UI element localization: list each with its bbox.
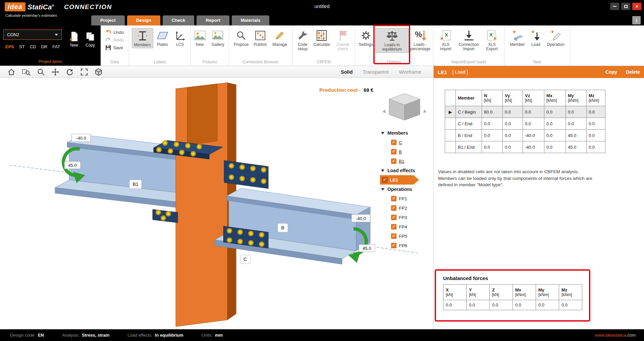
tab-report[interactable]: Report xyxy=(197,15,229,25)
mode-dr[interactable]: DR xyxy=(41,44,47,49)
propose-button[interactable]: Propose xyxy=(232,28,250,48)
tree-header-members[interactable]: Members xyxy=(380,128,431,138)
tree-item-member-c[interactable]: C xyxy=(380,138,431,147)
delete-load-button[interactable]: Delete xyxy=(626,69,640,75)
table-row[interactable]: C / End 0.0 0.0 0.0 0.0 0.0 0.0 xyxy=(445,118,605,130)
view-mode-transparent[interactable]: Transparent xyxy=(363,69,389,75)
overall-check-button[interactable]: Overall check xyxy=(332,28,353,52)
lcs-toggle[interactable]: LCS xyxy=(172,28,188,48)
svg-text:%: % xyxy=(415,30,422,39)
tree-header-load-effects[interactable]: Load effects xyxy=(380,166,431,175)
tree-item-fp4[interactable]: FP4 xyxy=(380,222,431,231)
wrench-icon xyxy=(297,29,308,42)
tree-item-fp3[interactable]: FP3 xyxy=(380,213,431,222)
gallery-button[interactable]: Gallery xyxy=(208,28,228,48)
table-row[interactable]: B1 / End 0.0 0.0 -40.0 0.0 45.0 0.0 xyxy=(445,141,605,153)
tree-item-fp1[interactable]: FP1 xyxy=(380,194,431,203)
view-mode-solid[interactable]: Solid xyxy=(341,69,353,75)
close-button[interactable]: × xyxy=(632,3,641,10)
manage-button[interactable]: Manage xyxy=(270,28,289,48)
save-button[interactable]: Save xyxy=(105,45,123,51)
project-item-selector[interactable]: CON2 xyxy=(3,29,62,40)
tab-design[interactable]: Design xyxy=(127,15,160,25)
mode-fat[interactable]: FAT xyxy=(52,44,60,49)
tab-materials[interactable]: Materials xyxy=(232,15,270,25)
checkbox-checked-icon[interactable] xyxy=(391,205,396,211)
tree-header-operations[interactable]: Operations xyxy=(380,185,431,194)
group-label-import-export: Import/Export loads xyxy=(451,60,486,66)
mode-st[interactable]: ST xyxy=(19,44,25,49)
plates-labels-toggle[interactable]: Plates xyxy=(154,28,171,48)
tree-item-fp2[interactable]: FP2 xyxy=(380,203,431,213)
column-header: Vz xyxy=(525,93,542,98)
group-label-connection-browser: Connection Browser xyxy=(243,60,279,66)
column-header: Mx xyxy=(546,93,564,98)
3d-scene[interactable]: -40.0 45.0 -40.0 45.0 B1 B C Production … xyxy=(0,78,433,329)
tree-item-member-b[interactable]: B xyxy=(380,147,431,156)
beam-b[interactable] xyxy=(215,188,370,264)
expander-icon[interactable] xyxy=(381,169,384,172)
group-label-cbfem: CBFEM xyxy=(317,60,331,66)
table-row[interactable]: B / End 0.0 0.0 -40.0 0.0 45.0 0.0 xyxy=(445,130,605,141)
fit-view-button[interactable] xyxy=(80,68,88,76)
new-member-button[interactable]: Member xyxy=(508,28,527,48)
column-header: Mz xyxy=(589,93,603,98)
gallery-icon xyxy=(212,29,224,42)
checkbox-checked-icon[interactable] xyxy=(391,140,396,145)
model-tree: Members C B B1 xyxy=(380,128,431,250)
expander-icon[interactable] xyxy=(381,132,384,134)
copy-project-item-button[interactable]: Copy xyxy=(83,31,98,48)
zoom-window-button[interactable] xyxy=(22,68,31,76)
table-row[interactable]: ▶ C / Begin 80.0 0.0 0.0 0.0 0.0 0.0 xyxy=(445,106,605,118)
connection-import-button[interactable]: Connection Import xyxy=(455,28,482,52)
checkbox-checked-icon[interactable] xyxy=(391,158,396,164)
members-labels-toggle[interactable]: Members xyxy=(132,28,153,48)
tree-item-fp5[interactable]: FP5 xyxy=(380,231,431,241)
checkbox-checked-icon[interactable] xyxy=(391,233,396,239)
website-link[interactable]: www.ideastatica.com xyxy=(595,333,636,338)
publish-button[interactable]: Publish xyxy=(251,28,270,48)
mode-eps[interactable]: EPS xyxy=(5,44,14,49)
load-value-label: -40.0 xyxy=(76,136,86,141)
maximize-button[interactable] xyxy=(621,3,630,10)
code-setup-button[interactable]: Code setup xyxy=(294,28,311,52)
new-picture-button[interactable]: New xyxy=(192,28,208,48)
flag-icon xyxy=(337,29,348,42)
tree-item-le1[interactable]: LE1 xyxy=(380,175,419,185)
tree-item-member-b1[interactable]: B1 xyxy=(380,156,431,166)
checkbox-checked-icon[interactable] xyxy=(391,149,396,154)
xls-export-button[interactable]: X XLS Export xyxy=(483,28,501,52)
column-member-c[interactable] xyxy=(176,83,236,327)
mode-cd[interactable]: CD xyxy=(30,44,36,49)
loads-in-equilibrium-toggle[interactable]: Loads in equilibrium xyxy=(375,28,409,53)
new-load-button[interactable]: Load xyxy=(528,28,544,48)
calculate-button[interactable]: Calculate xyxy=(312,28,332,48)
checkbox-checked-icon[interactable] xyxy=(391,196,396,201)
checkbox-checked-icon[interactable] xyxy=(391,215,396,220)
solid-view-button[interactable] xyxy=(95,68,103,76)
rotate-button[interactable] xyxy=(66,68,74,76)
xls-import-button[interactable]: X XLS Import xyxy=(437,28,455,52)
loads-percentage-button[interactable]: % Loads - percentage xyxy=(410,28,431,52)
navigation-cube[interactable] xyxy=(382,93,427,120)
info-button[interactable]: i xyxy=(632,16,641,24)
zoom-button[interactable] xyxy=(37,68,45,76)
tab-check[interactable]: Check xyxy=(163,15,195,25)
redo-button[interactable]: Redo xyxy=(105,37,124,43)
settings-button[interactable]: Settings xyxy=(357,28,375,48)
ribbon-group-import-export: X XLS Import Connection Import X XLS Exp… xyxy=(433,25,504,66)
tab-project[interactable]: Project xyxy=(91,15,125,25)
new-operation-button[interactable]: Operation xyxy=(545,28,567,48)
checkbox-checked-icon[interactable] xyxy=(382,177,387,183)
checkbox-checked-icon[interactable] xyxy=(391,224,396,229)
minimize-button[interactable] xyxy=(610,3,619,10)
checkbox-checked-icon[interactable] xyxy=(391,243,396,248)
pan-button[interactable] xyxy=(51,68,59,76)
expander-icon[interactable] xyxy=(381,188,384,191)
home-view-button[interactable] xyxy=(7,68,15,76)
view-mode-wireframe[interactable]: Wireframe xyxy=(399,69,421,75)
new-project-item-button[interactable]: New xyxy=(66,31,82,48)
copy-load-button[interactable]: Copy xyxy=(605,69,617,75)
tree-item-fp6[interactable]: FP6 xyxy=(380,241,431,250)
undo-button[interactable]: Undo xyxy=(105,29,124,35)
